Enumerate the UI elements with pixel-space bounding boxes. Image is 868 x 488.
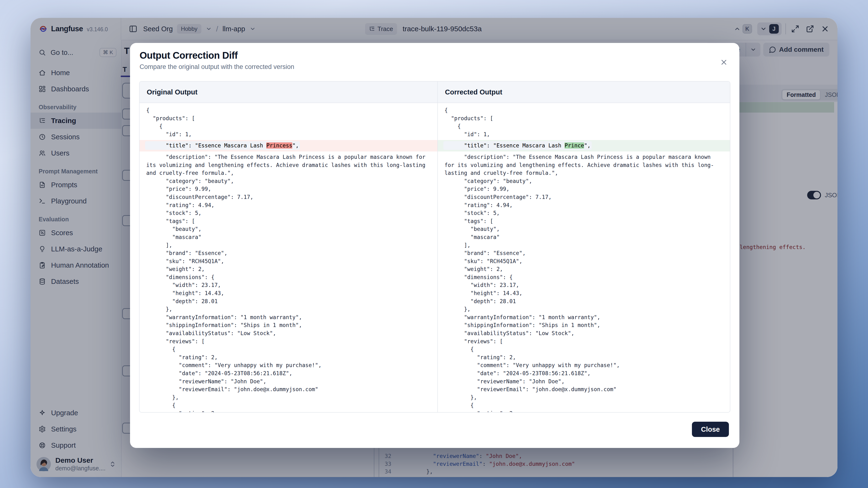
database-icon [39, 278, 46, 285]
sidebar-section-prompt-management: Prompt Management [31, 161, 121, 177]
diff-body: { "products": [ { "id": 1, "title": "Ess… [140, 103, 730, 412]
close-peek-button[interactable] [819, 23, 831, 35]
page-title: T [124, 46, 129, 56]
close-button[interactable]: Close [692, 422, 729, 437]
breadcrumb-separator: / [216, 25, 218, 33]
sidebar-collapse-button[interactable] [127, 23, 139, 35]
sidebar-item-upgrade[interactable]: Upgrade [31, 405, 121, 421]
divider [785, 23, 786, 34]
home-icon [39, 69, 46, 76]
toggle-switch-on[interactable] [807, 191, 821, 199]
view-mode-tabs: Formatted JSON [781, 89, 837, 100]
app-version: v3.146.0 [87, 26, 108, 33]
sparkle-icon [39, 409, 46, 417]
modal-subtitle: Compare the original output with the cor… [140, 63, 730, 71]
search-icon [39, 49, 46, 56]
tab-formatted[interactable]: Formatted [782, 90, 820, 99]
sidebar-item-human-annotation[interactable]: Human Annotation [31, 257, 121, 273]
background-diff-text: lengthening effects. [740, 244, 806, 250]
diff-word-added: Prince [564, 142, 584, 149]
trace-id: trace-bulk-119-950dc53a [403, 25, 482, 33]
org-name[interactable]: Seed Org [143, 25, 173, 33]
sidebar-item-sessions[interactable]: Sessions [31, 129, 121, 145]
external-link-icon [806, 25, 814, 33]
sidebar-item-llm-as-a-judge[interactable]: LLM-as-a-Judge [31, 241, 121, 257]
json-lines: "description": "The Essence Mascara Lash… [444, 153, 723, 412]
diff-added-strip [734, 102, 834, 112]
sidebar-item-support[interactable]: Support [31, 437, 121, 453]
file-code-icon [39, 181, 46, 188]
prev-item-button[interactable]: K [733, 24, 753, 34]
corrected-output-pane[interactable]: { "products": [ { "id": 1, "title": "Ess… [438, 103, 730, 412]
add-comment-button[interactable]: Add comment [763, 43, 829, 57]
goto-search[interactable]: Go to... ⌘ K [31, 45, 121, 59]
entity-type-badge: Trace [365, 23, 397, 35]
shortcut-key-j: J [769, 24, 779, 34]
output-correction-diff-modal: Output Correction Diff Compare the origi… [130, 43, 739, 448]
clock-icon [39, 133, 46, 140]
open-external-button[interactable] [805, 23, 815, 34]
annotate-dropdown-button[interactable] [746, 43, 761, 57]
brand-area: Langfuse v3.146.0 [31, 18, 121, 40]
corrected-output-header: Corrected Output [438, 82, 730, 103]
json-lines: "description": "The Essence Mascara Lash… [146, 153, 431, 412]
json-lines: { "products": [ { "id": 1, [444, 106, 723, 138]
langfuse-logo-icon [39, 24, 48, 33]
original-output-header: Original Output [140, 82, 438, 103]
chevron-up-icon [734, 26, 741, 32]
next-item-button[interactable]: J [757, 23, 782, 35]
diff-line-added: "title": "Essence Mascara Lash Prince", [438, 140, 730, 152]
sidebar-item-scores[interactable]: Scores [31, 225, 121, 241]
maximize-icon [791, 25, 799, 33]
background-code-line: 34 }, [122, 468, 727, 476]
project-switcher-chevron[interactable] [250, 26, 256, 32]
user-menu[interactable]: Demo User demo@langfuse.... [31, 453, 121, 474]
close-icon [821, 25, 829, 33]
background-code-line: 32 "reviewerName": "John Doe", [122, 453, 727, 461]
users-icon [39, 150, 46, 157]
original-output-pane[interactable]: { "products": [ { "id": 1, "title": "Ess… [140, 103, 438, 412]
tab-active[interactable]: T [123, 66, 127, 73]
life-buoy-icon [39, 442, 46, 449]
user-email: demo@langfuse.... [55, 465, 105, 472]
sidebar-item-home[interactable]: Home [31, 65, 121, 81]
sidebar-item-prompts[interactable]: Prompts [31, 177, 121, 193]
chevron-down-icon [206, 26, 212, 32]
sidebar-item-playground[interactable]: Playground [31, 193, 121, 209]
json-lines: { "products": [ { "id": 1, [146, 106, 431, 138]
background-code-line: 33 "reviewerEmail": "john.doe@x.dummyjso… [122, 461, 727, 469]
sidebar-item-users[interactable]: Users [31, 145, 121, 161]
org-switcher-chevron[interactable] [206, 26, 212, 32]
diff-word-removed: Princess [266, 142, 292, 149]
gear-icon [39, 425, 46, 433]
goto-label: Go to... [51, 48, 95, 57]
json-toggle[interactable]: JSON [807, 191, 837, 199]
diff-line-removed: "title": "Essence Mascara Lash Princess"… [140, 140, 437, 152]
project-name[interactable]: llm-app [222, 25, 245, 33]
shortcut-key-k: K [743, 24, 752, 34]
modal-header: Output Correction Diff Compare the origi… [130, 43, 739, 71]
diff-container: Original Output Corrected Output { "prod… [139, 81, 730, 413]
list-tree-icon [369, 26, 375, 32]
sidebar-item-tracing[interactable]: Tracing [31, 112, 121, 129]
sidebar-nav: HomeDashboardsObservabilityTracingSessio… [31, 65, 121, 290]
sidebar-item-settings[interactable]: Settings [31, 421, 121, 437]
sidebar-item-dashboards[interactable]: Dashboards [31, 81, 121, 97]
panel-left-icon [129, 25, 137, 33]
list-tree-icon [39, 117, 46, 124]
tab-json[interactable]: JSON [820, 90, 837, 99]
trace-breadcrumb: Trace trace-bulk-119-950dc53a [365, 18, 482, 40]
topbar: Langfuse v3.146.0 Seed Org Hobby / llm-a… [31, 18, 837, 40]
expand-view-button[interactable] [790, 23, 801, 34]
plan-badge: Hobby [177, 24, 201, 34]
topbar-actions: K J [733, 18, 831, 40]
user-name: Demo User [55, 456, 105, 464]
desktop-background: Langfuse v3.146.0 Seed Org Hobby / llm-a… [0, 0, 868, 488]
comment-bubble-icon [769, 46, 776, 53]
app-title: Langfuse [51, 25, 83, 33]
close-icon [720, 58, 728, 66]
sidebar-item-datasets[interactable]: Datasets [31, 273, 121, 290]
avatar [36, 457, 51, 471]
modal-close-button[interactable] [718, 57, 730, 68]
user-info: Demo User demo@langfuse.... [55, 456, 105, 472]
